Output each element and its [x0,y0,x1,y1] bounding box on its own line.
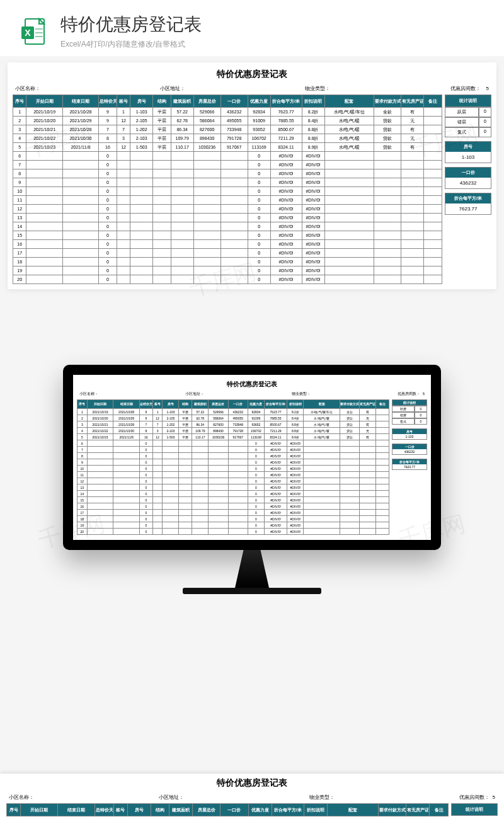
table-row: 600#DIV/0!#DIV/0! [77,440,389,447]
col-header: 总特价天数 [139,400,152,409]
col-header: 结束日期 [113,400,140,409]
table-row: 1500#DIV/0!#DIV/0! [77,497,389,503]
col-header: 建筑面积 [171,95,193,108]
table-row: 800#DIV/0!#DIV/0! [13,169,442,178]
table-row: 1500#DIV/0!#DIV/0! [13,231,442,240]
col-header: 房号 [127,804,151,816]
col-header: 结束日期 [62,95,98,108]
col-header: 有无房产证 [406,804,430,816]
col-header: 备注 [376,400,389,409]
col-header: 一口价 [220,95,248,108]
table-row: 900#DIV/0!#DIV/0! [13,178,442,187]
col-header: 结构 [151,804,169,816]
col-header: 序号 [7,804,21,816]
col-header: 要求付款方式 [374,95,401,108]
table-row: 22021/10/202021/10/299122-105平层62.785860… [13,117,442,125]
stat-row: 复式0 [392,418,427,425]
table-row: 1700#DIV/0!#DIV/0! [13,249,442,258]
table-row: 52021/10/232021/11/816121-503平层110.17103… [77,434,389,440]
col-header: 总特价天数 [95,804,114,816]
table-row: 1200#DIV/0!#DIV/0! [77,478,389,484]
sheet-title: 特价优惠房登记表 [13,69,491,80]
col-header: 房屋总价 [209,400,228,409]
stat-box: 一口价436232 [445,167,491,189]
col-header: 结构 [153,95,171,108]
stats-sidebar: 统计说明 跃层0错层0复式0 房号1-103一口价436232折合每平方/米76… [445,94,491,284]
table-row: 12021/10/192021/10/28911-103平层57.2252906… [13,108,442,117]
monitor-meta-row: 小区名称： 小区地址： 物业类型： 优惠房间数： 5 [77,391,427,399]
table-row: 1100#DIV/0!#DIV/0! [77,472,389,478]
col-header: 建筑面积 [192,400,209,409]
stat-row: 跃层0 [392,406,427,412]
col-header: 房屋总价 [193,95,220,108]
col-header: 结构 [179,400,192,409]
stat-row: 复式0 [445,127,491,137]
meta-community-name: 小区名称： [15,85,40,92]
sheet-meta-row: 小区名称： 小区地址： 物业类型： 优惠房间数： 5 [13,85,491,94]
col-header: 总特价天数 [99,95,117,108]
col-header: 栋号 [113,804,127,816]
col-header: 优惠力度 [248,400,264,409]
template-title: 特价优惠房登记表 [60,13,485,37]
table-row: 2000#DIV/0!#DIV/0! [13,275,442,284]
col-header: 开始日期 [26,95,62,108]
table-row: 1300#DIV/0!#DIV/0! [13,214,442,222]
table-row: 700#DIV/0!#DIV/0! [13,161,442,169]
col-header: 结束日期 [58,804,95,816]
col-header: 建筑面积 [169,804,193,816]
col-header: 序号 [77,400,88,409]
col-header: 开始日期 [21,804,58,816]
stat-box: 折合每平方/米7623.77 [392,459,427,470]
col-header: 房号 [130,95,153,108]
stat-box: 房号1-103 [392,428,427,440]
table-row: 42021/10/222021/10/30832-103平层109.798984… [13,134,442,143]
stat-row: 错层0 [445,117,491,127]
table-row: 1400#DIV/0!#DIV/0! [77,491,389,497]
table-row: 1000#DIV/0!#DIV/0! [13,187,442,196]
meta-discount-count: 优惠房间数： 5 [450,85,489,92]
table-row: 1800#DIV/0!#DIV/0! [13,258,442,266]
monitor-table: 序号开始日期结束日期总特价天数栋号房号结构建筑面积房屋总价一口价优惠力度折合每平… [77,399,389,535]
col-header: 折扣说明 [302,95,324,108]
table-row: 32021/10/212021/10/28771-202平层86.3482760… [13,125,442,134]
table-row: 32021/10/212021/10/28771-202平层86.3482760… [77,421,389,428]
col-header: 备注 [430,804,449,816]
col-header: 折合每平方/米 [270,95,302,108]
monitor-mockup: 特价优惠房登记表 小区名称： 小区地址： 物业类型： 优惠房间数： 5 [0,365,504,594]
excel-icon: X [19,16,49,47]
col-header: 栋号 [117,95,130,108]
col-header: 序号 [13,95,26,108]
main-table: 序号开始日期结束日期总特价天数栋号房号结构建筑面积房屋总价一口价优惠力度折合每平… [13,94,442,284]
col-header: 折合每平方/米 [272,804,304,816]
table-row: 1900#DIV/0!#DIV/0! [13,266,442,275]
col-header: 折合每平方/米 [264,400,287,409]
col-header: 折扣说明 [304,804,328,816]
col-header: 有无房产证 [401,95,424,108]
col-header: 要求付款方式 [379,804,406,816]
col-header: 一口价 [228,400,248,409]
monitor-sheet-title: 特价优惠房登记表 [77,380,427,389]
table-row: 1800#DIV/0!#DIV/0! [77,516,389,522]
stat-box: 一口价436232 [392,444,427,455]
stat-row: 错层0 [392,412,427,418]
table-row: 1600#DIV/0!#DIV/0! [77,503,389,510]
col-header: 房号 [163,400,179,409]
template-subtitle: Excel/A4打印/内容随意修改/自带格式 [60,39,485,50]
col-header: 有无房产证 [359,400,375,409]
table-row: 1600#DIV/0!#DIV/0! [13,240,442,249]
table-row: 600#DIV/0!#DIV/0! [13,152,442,161]
col-header: 房屋总价 [193,804,220,816]
table-row: 1900#DIV/0!#DIV/0! [77,522,389,529]
stat-box: 房号1-103 [445,141,491,163]
meta-community-addr: 小区地址： [160,85,185,92]
col-header: 栋号 [152,400,163,409]
table-row: 700#DIV/0!#DIV/0! [77,447,389,453]
col-header: 开始日期 [87,400,113,409]
table-row: 900#DIV/0!#DIV/0! [77,459,389,466]
table-row: 800#DIV/0!#DIV/0! [77,453,389,459]
stats-header: 统计说明 [445,94,491,107]
page-header: X 特价优惠房登记表 Excel/A4打印/内容随意修改/自带格式 [0,0,504,56]
table-row: 42021/10/222021/10/30832-103平层109.798984… [77,428,389,434]
table-row: 1200#DIV/0!#DIV/0! [13,205,442,214]
table-row: 1100#DIV/0!#DIV/0! [13,196,442,205]
